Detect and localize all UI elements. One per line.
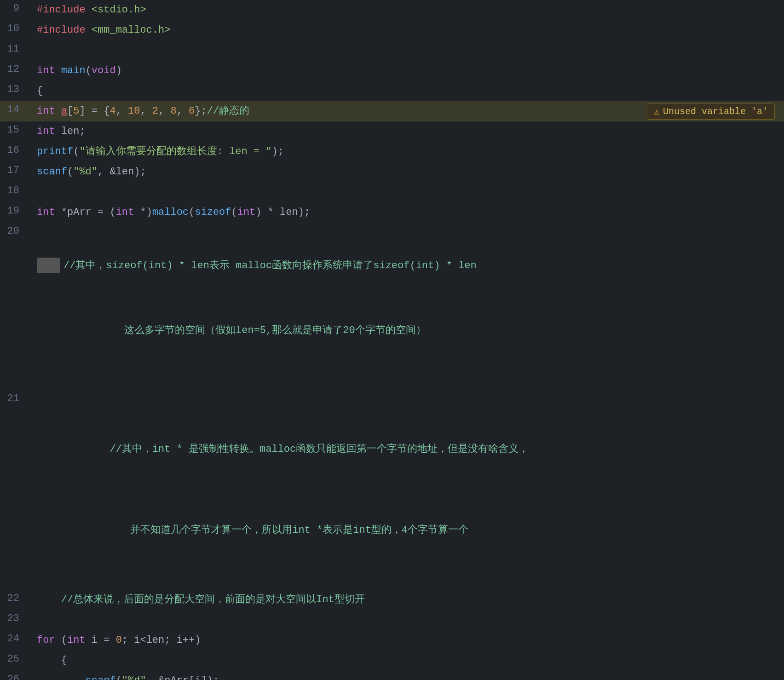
code-token: , &pArr[i]); bbox=[146, 674, 219, 680]
code-token: a bbox=[61, 104, 67, 119]
code-token: //其中，int * 是强制性转换。malloc函数只能返回第一个字节的地址，但… bbox=[86, 444, 529, 455]
line-number: 20 bbox=[0, 223, 28, 237]
line-number: 15 bbox=[0, 121, 28, 136]
code-token: 5 bbox=[73, 104, 79, 119]
line-number: 9 bbox=[0, 0, 28, 14]
line-content: scanf("%d", &len); bbox=[28, 162, 784, 182]
code-token: "%d" bbox=[73, 165, 98, 179]
code-token: scanf bbox=[37, 674, 116, 680]
line-content: { bbox=[28, 81, 784, 101]
code-token: 这么多字节的空间（假如len=5,那么就是申请了20个字节的空间） bbox=[112, 325, 426, 336]
code-token: { bbox=[37, 653, 67, 668]
code-token: void bbox=[92, 63, 116, 78]
code-token: int bbox=[37, 124, 61, 139]
line-number: 16 bbox=[0, 142, 28, 156]
line-number: 14 bbox=[0, 101, 28, 115]
line-content: //其中，sizeof(int) * len表示 malloc函数向操作系统申请… bbox=[28, 223, 784, 390]
code-line: 23 bbox=[0, 610, 784, 630]
code-token: ( bbox=[189, 205, 195, 220]
code-token: ( bbox=[61, 633, 67, 648]
line-number: 18 bbox=[0, 182, 28, 196]
code-token: , bbox=[116, 104, 128, 119]
line-content: //其中，int * 是强制性转换。malloc函数只能返回第一个字节的地址，但… bbox=[28, 390, 784, 590]
line-number: 11 bbox=[0, 40, 28, 55]
code-line: 19 int *pArr = (int *)malloc(sizeof(int)… bbox=[0, 202, 784, 223]
line-content: int main(void) bbox=[28, 61, 784, 81]
code-token: int bbox=[116, 205, 140, 220]
warning-icon: ⚠ bbox=[654, 106, 659, 117]
code-editor: 9 #include <stdio.h> 10 #include <mm_mal… bbox=[0, 0, 784, 680]
code-line: 12 int main(void) bbox=[0, 61, 784, 81]
code-token: 10 bbox=[128, 104, 140, 119]
code-token: ; i<len; i++) bbox=[122, 633, 201, 648]
code-token: len; bbox=[61, 124, 86, 139]
code-line: 20 //其中，sizeof(int) * len表示 malloc函数向操作系… bbox=[0, 223, 784, 390]
code-token: printf bbox=[37, 144, 73, 159]
warning-badge: ⚠ Unused variable 'a' bbox=[647, 104, 775, 120]
code-token: ( bbox=[231, 205, 237, 220]
line-content: #include <stdio.h> bbox=[28, 0, 784, 20]
code-token: , bbox=[140, 104, 152, 119]
code-token: <mm_malloc.h> bbox=[92, 23, 171, 38]
code-token: int bbox=[37, 104, 61, 119]
code-token: ) bbox=[116, 63, 122, 78]
line-content bbox=[28, 182, 784, 188]
line-number: 13 bbox=[0, 81, 28, 95]
code-line: 21 //其中，int * 是强制性转换。malloc函数只能返回第一个字节的地… bbox=[0, 390, 784, 590]
line-content: int *pArr = (int *)malloc(sizeof(int) * … bbox=[28, 202, 784, 223]
code-token: 0 bbox=[116, 633, 122, 648]
line-content: int len; bbox=[28, 121, 784, 142]
code-token: "%d" bbox=[122, 674, 146, 680]
code-token: [ bbox=[67, 104, 73, 119]
code-line: 17 scanf("%d", &len); bbox=[0, 162, 784, 182]
code-token: ); bbox=[271, 144, 283, 159]
code-token: , bbox=[177, 104, 189, 119]
code-token: 2 bbox=[152, 104, 158, 119]
code-token: "请输入你需要分配的数组长度: len = " bbox=[79, 144, 271, 159]
line-number: 10 bbox=[0, 20, 28, 35]
code-line: 25 { bbox=[0, 651, 784, 671]
code-line-highlighted: 14 int a[5] = {4, 10, 2, 8, 6};//静态的 ⚠ U… bbox=[0, 101, 784, 121]
line-number: 26 bbox=[0, 671, 28, 680]
code-token: #include bbox=[37, 23, 92, 38]
code-token: ( bbox=[73, 144, 79, 159]
code-line: 16 printf("请输入你需要分配的数组长度: len = "); bbox=[0, 142, 784, 162]
line-number: 19 bbox=[0, 202, 28, 217]
code-token: ( bbox=[116, 674, 122, 680]
code-token: //其中，sizeof(int) * len表示 malloc函数向操作系统申请… bbox=[63, 258, 477, 274]
code-token: i = bbox=[92, 633, 116, 648]
code-token: for bbox=[37, 633, 61, 648]
code-token: *) bbox=[140, 205, 152, 220]
code-token: int bbox=[37, 205, 61, 220]
code-line: 18 bbox=[0, 182, 784, 202]
line-number: 25 bbox=[0, 651, 28, 665]
code-token: 并不知道几个字节才算一个，所以用int *表示是int型的，4个字节算一个 bbox=[112, 524, 468, 536]
line-number: 21 bbox=[0, 390, 28, 404]
code-token: <stdio.h> bbox=[92, 3, 146, 17]
line-number: 12 bbox=[0, 61, 28, 75]
line-number: 24 bbox=[0, 630, 28, 645]
code-token: int bbox=[237, 205, 256, 220]
line-content bbox=[28, 40, 784, 46]
code-line: 22 //总体来说，后面的是分配大空间，前面的是对大空间以Int型切开 bbox=[0, 590, 784, 610]
code-line: 24 for (int i = 0; i<len; i++) bbox=[0, 630, 784, 651]
code-token: int bbox=[37, 63, 61, 78]
code-token: //总体来说，后面的是分配大空间，前面的是对大空间以Int型切开 bbox=[37, 593, 365, 607]
line-number: 23 bbox=[0, 610, 28, 624]
code-token: //静态的 bbox=[207, 104, 249, 119]
code-token: }; bbox=[195, 104, 207, 119]
line-content: printf("请输入你需要分配的数组长度: len = "); bbox=[28, 142, 784, 162]
redacted-block bbox=[37, 258, 60, 273]
code-token: 8 bbox=[170, 104, 176, 119]
code-line: 26 scanf("%d", &pArr[i]); bbox=[0, 671, 784, 680]
line-content: for (int i = 0; i<len; i++) bbox=[28, 630, 784, 651]
code-token: ( bbox=[67, 165, 73, 179]
warning-text: Unused variable 'a' bbox=[663, 106, 768, 117]
code-token: ] = { bbox=[79, 104, 110, 119]
code-token: , &len); bbox=[98, 165, 146, 179]
code-token: int bbox=[67, 633, 92, 648]
line-content: #include <mm_malloc.h> bbox=[28, 20, 784, 40]
code-token: , bbox=[158, 104, 170, 119]
code-line: 15 int len; bbox=[0, 121, 784, 142]
code-line: 13 { bbox=[0, 81, 784, 101]
